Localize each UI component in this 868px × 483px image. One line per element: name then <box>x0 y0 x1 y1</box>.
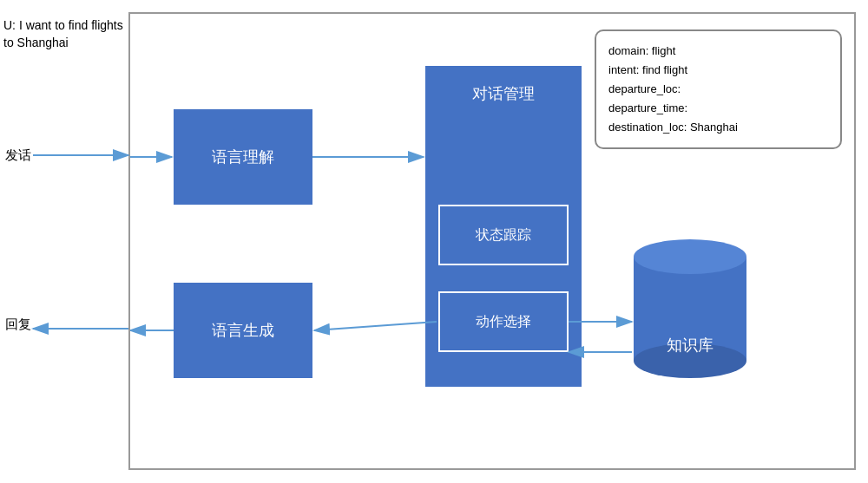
info-departure-time: departure_time: <box>608 99 828 118</box>
dongzuo-box: 动作选择 <box>438 291 569 352</box>
zhishiku-label: 知识库 <box>634 335 746 356</box>
info-domain: domain: flight <box>608 42 828 61</box>
zhuangtai-label: 状态跟踪 <box>476 226 531 245</box>
main-diagram-container: 语言理解 对话管理 状态跟踪 动作选择 语言生成 知识库 domain: fli… <box>128 12 856 470</box>
yuyan-shengcheng-box: 语言生成 <box>174 283 312 378</box>
info-box: domain: flight intent: find flight depar… <box>595 29 842 149</box>
yuyan-lijie-box: 语言理解 <box>174 109 312 205</box>
zhuangtai-box: 状态跟踪 <box>438 205 569 265</box>
info-intent: intent: find flight <box>608 61 828 80</box>
info-departure-loc: departure_loc: <box>608 80 828 99</box>
user-utterance-text: U: I want to find flights to Shanghai <box>3 17 125 51</box>
duihua-guanli-label: 对话管理 <box>472 83 535 104</box>
info-destination-loc: destination_loc: Shanghai <box>608 118 828 137</box>
dongzuo-label: 动作选择 <box>476 313 531 331</box>
huifu-label: 回复 <box>5 317 31 333</box>
svg-line-3 <box>314 322 437 330</box>
cylinder-top <box>634 239 746 274</box>
fahua-label: 发话 <box>5 147 31 164</box>
yuyan-lijie-label: 语言理解 <box>212 147 274 167</box>
yuyan-shengcheng-label: 语言生成 <box>212 320 274 341</box>
